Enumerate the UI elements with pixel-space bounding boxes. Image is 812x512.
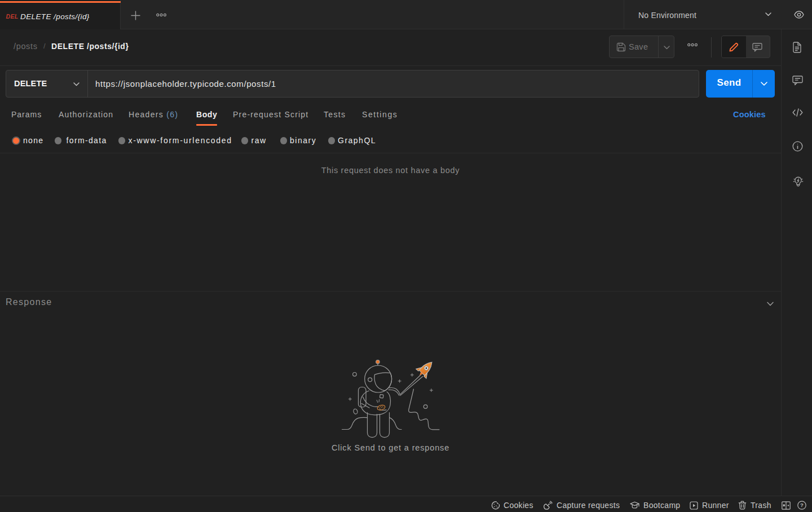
svg-text:?: ? — [800, 502, 804, 508]
